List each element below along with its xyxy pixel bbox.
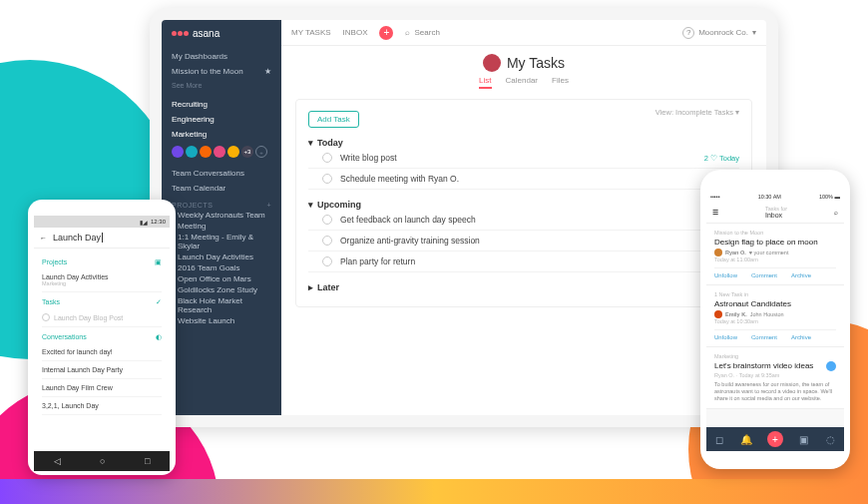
android-convo-item[interactable]: 3,2,1, Launch Day	[42, 397, 162, 415]
task-meta: 2 ♡ Today	[704, 154, 739, 163]
project-item[interactable]: Open Office on Mars	[172, 274, 271, 283]
sidebar-group-marketing[interactable]: Marketing	[172, 127, 271, 142]
iphone-inbox-list: Mission to the Moon Design flag to place…	[706, 224, 844, 427]
task-row[interactable]: Organize anti-gravity training session F…	[308, 231, 739, 252]
archive-link[interactable]: Archive	[791, 272, 811, 278]
project-item[interactable]: Black Hole Market Research	[172, 296, 271, 314]
header-title: Inbox	[765, 212, 787, 219]
sidebar-see-more[interactable]: See More	[172, 82, 271, 89]
section-later[interactable]: ▸Later	[308, 282, 739, 292]
sidebar-projects-header: PROJECTS +	[172, 202, 271, 209]
star-icon: ★	[264, 67, 271, 76]
tab-add-icon[interactable]: +	[767, 431, 783, 447]
android-convo-item[interactable]: Excited for launch day!	[42, 343, 162, 361]
sidebar-group-engineering[interactable]: Engineering	[172, 112, 271, 127]
checkbox-icon[interactable]	[322, 153, 332, 163]
sidebar-my-dashboards[interactable]: My Dashboards	[172, 49, 271, 64]
add-member-icon[interactable]: +	[255, 146, 267, 158]
iphone-tab-bar: ◻ 🔔 + ▣ ◌	[706, 427, 844, 451]
inbox-card[interactable]: 1 New Task in Astronaut Candidates Emily…	[706, 285, 844, 347]
android-nav-bar: ◁ ○ □	[34, 451, 170, 471]
back-arrow-icon[interactable]: ←	[40, 235, 47, 242]
sidebar-favorite-project[interactable]: Mission to the Moon ★	[172, 64, 271, 79]
tab-list[interactable]: List	[479, 76, 491, 89]
inbox-card[interactable]: Mission to the Moon Design flag to place…	[706, 224, 844, 285]
checkbox-icon[interactable]	[322, 256, 332, 266]
page-header: My Tasks List Calendar Files	[281, 46, 766, 93]
avatar	[214, 146, 225, 158]
search-input[interactable]: Launch Day	[53, 233, 103, 243]
nav-inbox[interactable]: INBOX	[343, 28, 368, 37]
add-project-icon[interactable]: +	[266, 202, 271, 209]
task-row[interactable]: Write blog post 2 ♡ Today	[308, 148, 739, 169]
archive-link[interactable]: Archive	[791, 334, 811, 340]
tab-home-icon[interactable]: ◻	[713, 433, 725, 445]
inbox-card[interactable]: Marketing Let's brainstorm video ideas R…	[706, 347, 844, 409]
unfollow-link[interactable]: Unfollow	[714, 272, 737, 278]
tab-calendar[interactable]: Calendar	[506, 76, 538, 89]
comment-link[interactable]: Comment	[751, 334, 777, 340]
user-avatar[interactable]	[483, 54, 501, 72]
section-today[interactable]: ▾Today	[308, 138, 739, 148]
project-item[interactable]: 2016 Team Goals	[172, 263, 271, 272]
project-item[interactable]: Launch Day Activities	[172, 252, 271, 261]
android-convo-item[interactable]: Internal Launch Day Party	[42, 361, 162, 379]
android-task-item[interactable]: Launch Day Blog Post	[42, 308, 162, 327]
caret-right-icon: ▸	[308, 282, 313, 292]
sidebar-group-recruiting[interactable]: Recruiting	[172, 97, 271, 112]
help-icon[interactable]: ?	[682, 27, 694, 39]
tab-files[interactable]: Files	[552, 76, 569, 89]
org-switcher[interactable]: ? Moonrock Co. ▾	[682, 27, 756, 39]
caret-down-icon: ▾	[308, 200, 313, 210]
project-item[interactable]: Weekly Astronauts Team	[172, 211, 271, 220]
avatar	[172, 146, 184, 158]
android-section-conversations: Conversations◐	[42, 333, 162, 341]
android-project-item[interactable]: Launch Day Activities Marketing	[42, 268, 162, 292]
task-name: Organize anti-gravity training session	[340, 236, 480, 246]
checkbox-icon[interactable]	[322, 236, 332, 246]
android-home-icon[interactable]: ○	[100, 456, 105, 466]
view-options[interactable]: View: Incomplete Tasks ▾	[655, 108, 739, 117]
tab-notifications-icon[interactable]: 🔔	[740, 433, 752, 445]
project-item[interactable]: Meeting	[172, 222, 271, 231]
search-icon: ⌕	[405, 28, 410, 37]
team-avatars[interactable]: +3 +	[172, 146, 271, 158]
task-row[interactable]: Schedule meeting with Ryan O. Tomorrow	[308, 169, 739, 190]
tab-projects-icon[interactable]: ▣	[798, 433, 810, 445]
android-back-icon[interactable]: ◁	[54, 456, 61, 466]
task-row[interactable]: Plan party for return 5 ♥	[308, 252, 739, 272]
section-upcoming[interactable]: ▾Upcoming	[308, 200, 739, 210]
sidebar-team-calendar[interactable]: Team Calendar	[172, 181, 271, 196]
brand-logo[interactable]: asana	[172, 28, 271, 39]
task-row[interactable]: Get feedback on launch day speech	[308, 210, 739, 231]
search-field[interactable]: ⌕ Search	[405, 28, 670, 37]
avatar	[714, 249, 722, 256]
project-item[interactable]: 1:1 Meeting - Emily & Skylar	[172, 233, 271, 251]
add-task-button[interactable]: Add Task	[308, 111, 359, 128]
task-name: Plan party for return	[340, 256, 415, 266]
tab-chat-icon[interactable]: ◌	[825, 433, 837, 445]
android-convo-item[interactable]: Launch Day Film Crew	[42, 379, 162, 397]
top-bar: MY TASKS INBOX + ⌕ Search ? Moonrock Co.…	[281, 20, 766, 46]
comment-link[interactable]: Comment	[751, 272, 777, 278]
avatar	[227, 146, 239, 158]
new-task-icon[interactable]: +	[379, 26, 393, 40]
task-panel: Add Task View: Incomplete Tasks ▾ ▾Today…	[295, 99, 752, 307]
project-item[interactable]: Goldilocks Zone Study	[172, 285, 271, 294]
unfollow-link[interactable]: Unfollow	[714, 334, 737, 340]
task-name: Schedule meeting with Ryan O.	[340, 174, 459, 184]
search-placeholder: Search	[414, 28, 439, 37]
avatar	[200, 146, 212, 158]
android-app: ▮◢ 12:30 ← Launch Day Projects▣ Launch D…	[34, 216, 170, 471]
sidebar-team-conversations[interactable]: Team Conversations	[172, 166, 271, 181]
android-recent-icon[interactable]: □	[145, 456, 150, 466]
checkbox-icon[interactable]	[322, 215, 332, 225]
more-members: +3	[241, 146, 253, 158]
menu-icon[interactable]: ☰	[712, 209, 718, 217]
checkbox-icon[interactable]	[322, 174, 332, 184]
brand-name: asana	[193, 28, 219, 39]
search-icon[interactable]: ⌕	[834, 209, 838, 216]
project-item[interactable]: Website Launch	[172, 316, 271, 325]
android-status-bar: ▮◢ 12:30	[34, 216, 170, 228]
nav-my-tasks[interactable]: MY TASKS	[291, 28, 331, 37]
